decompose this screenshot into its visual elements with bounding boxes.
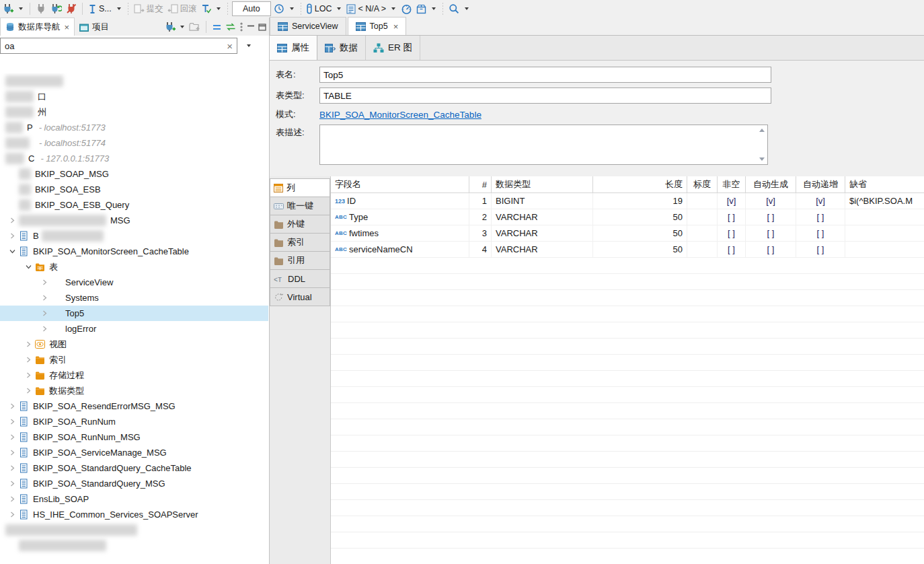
tree-item[interactable]: 数据类型	[0, 383, 268, 398]
auto-commit-combo[interactable]: Auto	[232, 1, 271, 16]
plug-reconnect-icon[interactable]	[50, 3, 62, 14]
dropdown-arrow-icon[interactable]	[463, 7, 470, 10]
toolbar-button[interactable]	[429, 1, 438, 17]
chevron-down-icon[interactable]	[22, 264, 35, 270]
chevron-right-icon[interactable]	[5, 496, 19, 502]
grid-cell[interactable]: BIGINT	[492, 193, 593, 209]
grid-cell[interactable]: [ ]	[718, 242, 746, 257]
tree-item[interactable]: BKIP_SOA_ESB	[0, 182, 268, 197]
tree-item[interactable]: 州	[0, 104, 268, 120]
tree-item[interactable]: 索引	[0, 352, 268, 367]
detail-tab-0[interactable]: 列	[270, 178, 330, 197]
dropdown-arrow-icon[interactable]	[17, 7, 24, 10]
tree-item[interactable]: BKIP_SOA_StandardQuery_MSG	[0, 476, 268, 491]
grid-cell[interactable]: [ ]	[746, 242, 796, 257]
dropdown-arrow-icon[interactable]	[336, 7, 342, 10]
chevron-right-icon[interactable]	[38, 279, 51, 285]
grid-cell[interactable]	[687, 209, 718, 225]
history-clock-icon[interactable]	[274, 3, 284, 14]
grid-column-header[interactable]: 字段名	[331, 176, 469, 192]
chevron-right-icon[interactable]	[38, 295, 51, 301]
toolbar-button[interactable]	[462, 1, 471, 17]
tree-item[interactable]: P- localhost:51773	[0, 120, 268, 135]
collapse-all-icon[interactable]	[213, 24, 222, 31]
chevron-right-icon[interactable]	[5, 465, 19, 471]
folder-add-icon[interactable]	[189, 22, 200, 32]
grid-cell[interactable]: [ ]	[746, 225, 796, 241]
tree-item[interactable]: BKIP_SOA_StandardQuery_CacheTable	[0, 460, 268, 476]
grid-cell[interactable]: ABCfwtimes	[331, 225, 469, 241]
grid-cell[interactable]: 4	[469, 242, 492, 257]
plug-disconnect-icon[interactable]	[66, 3, 77, 14]
table-row[interactable]: ABCfwtimes3VARCHAR50[ ][ ][ ]	[331, 225, 924, 242]
tree-item[interactable]: BKIP_SOA_ESB_Query	[0, 197, 268, 213]
tree-item[interactable]: Top5	[0, 306, 268, 321]
grid-cell[interactable]: [ ]	[796, 242, 845, 257]
grid-cell[interactable]	[687, 242, 718, 257]
grid-cell[interactable]: [ ]	[718, 225, 746, 241]
grid-cell[interactable]: ABCType	[331, 209, 469, 225]
dropdown-arrow-icon[interactable]	[390, 7, 397, 10]
toolbar-button[interactable]	[1, 1, 15, 17]
toolbar-button[interactable]	[34, 1, 48, 17]
grid-cell[interactable]: [v]	[718, 193, 746, 209]
subtab-0[interactable]: 属性	[270, 36, 317, 60]
detail-tab-2[interactable]: 外键	[270, 215, 330, 234]
grid-cell[interactable]: [ ]	[796, 225, 845, 241]
dots-icon[interactable]	[239, 22, 243, 32]
grid-cell[interactable]: [ ]	[718, 209, 746, 225]
grid-cell[interactable]	[687, 225, 718, 241]
grid-cell[interactable]: 50	[593, 209, 687, 225]
tree-item[interactable]: 表	[0, 259, 268, 275]
dashboard-icon[interactable]	[401, 4, 412, 14]
sql-editor-icon[interactable]	[88, 4, 97, 14]
table-name-field[interactable]	[319, 67, 771, 83]
table-row[interactable]: ABCType2VARCHAR50[ ][ ][ ]	[331, 209, 924, 225]
dropdown-arrow-icon[interactable]	[179, 26, 186, 28]
commit-icon[interactable]	[134, 4, 145, 13]
sidebar-tab-projects[interactable]: 项目	[75, 18, 114, 36]
scroll-up-icon[interactable]	[759, 129, 765, 132]
toolbar-button[interactable]	[287, 1, 297, 17]
grid-cell[interactable]	[845, 225, 924, 241]
toolbar-button[interactable]	[65, 1, 78, 17]
detail-tab-6[interactable]: Virtual	[270, 287, 330, 306]
grid-column-header[interactable]: 标度	[687, 176, 718, 192]
tree-item[interactable]: BKIP_SOA_ResendErrorMSG_MSG	[0, 398, 268, 414]
toolbar-button[interactable]: LOC	[305, 1, 334, 17]
package-icon[interactable]	[416, 4, 426, 14]
tree-item[interactable]: ServiceView	[0, 275, 268, 290]
grid-cell[interactable]: 50	[593, 242, 687, 257]
plug-add-icon[interactable]	[164, 22, 176, 32]
tree-item[interactable]: 视图	[0, 337, 268, 352]
table-type-field[interactable]	[319, 87, 771, 104]
tree-item[interactable]: BKIP_SOAP_MSG	[0, 166, 268, 182]
tree-item[interactable]	[0, 73, 268, 89]
toolbar-button[interactable]	[200, 1, 213, 17]
chevron-down-icon[interactable]	[5, 248, 19, 254]
chevron-right-icon[interactable]	[5, 233, 19, 239]
minimize-icon[interactable]	[247, 24, 255, 30]
grid-cell[interactable]: [v]	[746, 193, 796, 209]
pin-icon[interactable]	[307, 3, 313, 14]
clear-filter-icon[interactable]: ×	[227, 41, 233, 51]
toolbar-button[interactable]	[49, 1, 63, 17]
grid-cell[interactable]: 123ID	[331, 193, 469, 209]
tree-item[interactable]: BKIP_SOA_MonitorScreen_CacheTable	[0, 244, 268, 259]
toolbar-button[interactable]	[272, 1, 286, 17]
link-editor-icon[interactable]	[225, 23, 236, 31]
tree-filter-input[interactable]: oa ×	[0, 38, 237, 54]
grid-cell[interactable]: VARCHAR	[492, 209, 593, 225]
maximize-icon[interactable]	[258, 24, 266, 31]
chevron-right-icon[interactable]	[5, 434, 19, 440]
detail-tab-4[interactable]: 引用	[270, 251, 330, 270]
toolbar-button[interactable]: < N/A >	[345, 1, 387, 17]
grid-column-header[interactable]: 长度	[593, 176, 687, 192]
close-icon[interactable]: ×	[393, 22, 399, 32]
grid-cell[interactable]: 50	[593, 225, 687, 241]
chevron-right-icon[interactable]	[22, 372, 35, 378]
table-row[interactable]: 123ID1BIGINT19[v][v][v]$i(^BKIP.SOA.M	[331, 193, 924, 209]
editor-tab-top5[interactable]: Top5×	[348, 17, 407, 35]
editor-tab-serviceview[interactable]: ServiceView	[270, 17, 346, 35]
toolbar-button[interactable]	[447, 1, 461, 17]
